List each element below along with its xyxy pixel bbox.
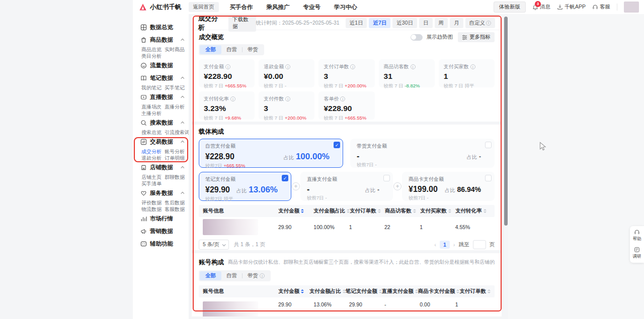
chevron-up-icon[interactable] xyxy=(181,166,184,170)
next-page-button[interactable]: › xyxy=(453,242,455,248)
column-header-sortable[interactable]: 支付订单数 xyxy=(459,288,491,295)
sidebar-subitem[interactable]: 订单明细 xyxy=(165,155,187,161)
sidebar-item-products[interactable]: 商品数据 xyxy=(133,34,189,46)
checkbox-unchecked[interactable] xyxy=(383,175,390,181)
page-jump-input[interactable] xyxy=(473,240,486,249)
chevron-up-icon[interactable] xyxy=(181,96,184,99)
sidebar-item-live[interactable]: 直播数据 xyxy=(133,91,189,103)
sidebar-subitem[interactable]: 搜索总览 xyxy=(141,129,165,136)
nav-chengfeng-promo[interactable]: 乘风推广 xyxy=(267,4,290,11)
tab-influencer[interactable]: 带货 xyxy=(243,271,270,280)
nav-buyer-coop[interactable]: 买手合作 xyxy=(230,4,253,11)
vertical-scrollbar-thumb[interactable] xyxy=(504,17,508,226)
sidebar-item-marketing[interactable]: 营销数据 xyxy=(133,225,189,238)
range-1d-button[interactable]: 近1日 xyxy=(346,18,367,28)
range-30d-button[interactable]: 近30日 xyxy=(392,18,417,28)
carrier-card-product-card[interactable]: 商品卡支付金额 ¥199.00 占比86.94% 较前7日 - xyxy=(402,172,495,201)
sidebar-subitem[interactable]: 引流搜索词 xyxy=(165,129,189,136)
chevron-up-icon[interactable] xyxy=(181,122,184,125)
range-week-button[interactable]: 周 xyxy=(435,18,448,28)
info-icon[interactable] xyxy=(350,64,355,69)
prev-page-button[interactable]: ‹ xyxy=(434,242,436,248)
chevron-up-icon[interactable] xyxy=(181,192,184,195)
page-size-select[interactable]: 5 条/页 xyxy=(199,240,229,250)
back-home-button[interactable]: 返回首页 xyxy=(189,2,219,12)
chevron-up-icon[interactable] xyxy=(181,141,184,144)
info-icon[interactable] xyxy=(285,96,290,101)
checkbox-unchecked[interactable] xyxy=(485,142,492,148)
sidebar-subitem[interactable]: 买手清单 xyxy=(141,180,165,187)
sidebar-subitem[interactable]: 买手笔记 xyxy=(165,84,187,91)
sidebar-subitem[interactable]: 群聊数据 xyxy=(165,174,187,180)
sidebar-subitem-deal-analysis[interactable]: 成交分析 xyxy=(141,148,165,155)
checkbox-checked[interactable] xyxy=(334,142,340,148)
info-icon[interactable] xyxy=(225,64,230,69)
avatar[interactable] xyxy=(624,2,639,13)
range-7d-button[interactable]: 近7日 xyxy=(369,18,390,28)
sidebar-subitem[interactable]: 类目分析 xyxy=(141,53,165,59)
sidebar-subitem[interactable]: 我的笔记 xyxy=(141,84,165,91)
column-header-sortable[interactable]: 支付转化率 xyxy=(455,207,491,215)
sidebar-subitem[interactable]: 售后数据 xyxy=(165,199,187,206)
support-item[interactable]: 客服 xyxy=(592,4,610,11)
download-data-button[interactable]: 下载数据 xyxy=(228,16,256,32)
sidebar-subitem[interactable]: 商品总览 xyxy=(141,46,165,53)
info-icon[interactable] xyxy=(230,96,235,101)
column-header-sortable[interactable]: 支付订单数 xyxy=(350,207,385,215)
try-new-version-button[interactable]: 体验新版 xyxy=(494,2,526,13)
sidebar-subitem[interactable]: 账号分析 xyxy=(165,148,187,155)
sidebar-subitem[interactable]: 直播分析 xyxy=(165,103,187,110)
sidebar-subitem[interactable]: 主播分析 xyxy=(141,110,165,117)
sidebar-subitem[interactable]: 客服数据 xyxy=(165,206,187,212)
sidebar-subitem[interactable]: 直播场次 xyxy=(141,103,165,110)
column-header-sortable[interactable]: 商品卡支付金额 xyxy=(418,288,460,295)
sidebar-subitem[interactable]: 评价数据 xyxy=(141,199,165,206)
sidebar-item-trade[interactable]: 交易数据 xyxy=(133,136,189,148)
sidebar-item-data-overview[interactable]: 数据总览 xyxy=(133,21,189,34)
column-header-sortable[interactable]: 支付买家数 xyxy=(420,207,455,215)
carrier-card-influencer[interactable]: 带货支付金额 - 占比- 较前7日 - xyxy=(350,139,495,168)
carrier-card-notes[interactable]: 笔记支付金额 ¥29.90 占比13.06% 较前7日 持平 xyxy=(199,172,291,201)
checkbox-unchecked[interactable] xyxy=(485,175,492,181)
sidebar-subitem[interactable]: 实时商品 xyxy=(165,46,187,53)
info-icon[interactable] xyxy=(411,64,416,69)
qianfan-logo[interactable] xyxy=(139,3,147,11)
brand-name[interactable]: 小红书千帆 xyxy=(150,3,182,12)
chevron-up-icon[interactable] xyxy=(181,39,184,42)
tab-all[interactable]: 全部 xyxy=(200,271,221,280)
sidebar-item-notes[interactable]: 笔记数据 xyxy=(133,72,189,84)
nav-pro-account[interactable]: 专业号 xyxy=(303,4,321,11)
qianfan-app-item[interactable]: 千帆APP xyxy=(557,4,586,11)
chevron-up-icon[interactable] xyxy=(181,77,184,80)
sidebar-item-traffic[interactable]: 流量数据 xyxy=(133,59,189,72)
column-header-sortable[interactable]: 支付金额占比 xyxy=(309,288,346,295)
tab-self-operated[interactable]: 自营 xyxy=(221,271,242,280)
sidebar-item-market[interactable]: 市场行情 xyxy=(133,212,189,225)
tab-influencer[interactable]: 带货 xyxy=(243,45,263,54)
nav-learning-center[interactable]: 学习中心 xyxy=(334,4,357,11)
trend-toggle[interactable] xyxy=(411,34,423,41)
column-header-sortable[interactable]: 支付金额占比 xyxy=(313,207,350,215)
info-icon[interactable] xyxy=(470,64,475,69)
tab-self-operated[interactable]: 自营 xyxy=(221,45,242,54)
tab-all[interactable]: 全部 xyxy=(200,45,221,54)
current-page-button[interactable]: 1 xyxy=(440,241,450,249)
more-metrics-button[interactable]: 更多指标 xyxy=(458,32,495,42)
checkbox-checked[interactable] xyxy=(282,175,288,181)
messages-item[interactable]: 3 消息 xyxy=(532,4,550,11)
info-icon[interactable] xyxy=(340,96,345,101)
sidebar-subitem[interactable]: 物流数据 xyxy=(141,206,165,212)
survey-button[interactable]: 调研 xyxy=(633,247,641,260)
carrier-card-live[interactable]: 直播支付金额 - 占比- 较前7日 - xyxy=(300,172,393,201)
sidebar-subitem[interactable]: 店铺主页 xyxy=(141,174,165,180)
range-custom-button[interactable]: 自定义 xyxy=(465,18,496,28)
info-icon[interactable] xyxy=(285,64,290,69)
carrier-card-self-operated[interactable]: 自营支付金额 ¥228.90 占比100.00% 较前7日 +665.55% xyxy=(199,139,343,168)
sidebar-item-search[interactable]: 搜索数据 xyxy=(133,117,189,129)
sidebar-item-assist[interactable]: 辅助功能 xyxy=(133,238,189,250)
sidebar-item-shop[interactable]: 店铺数据 xyxy=(133,161,189,174)
column-header-sortable[interactable]: 支付金额 xyxy=(278,288,309,295)
column-header-sortable[interactable]: 直播支付金额 xyxy=(382,288,418,295)
column-header-sortable[interactable]: 商品访客数 xyxy=(385,207,420,215)
sidebar-item-service[interactable]: 服务数据 xyxy=(133,187,189,199)
